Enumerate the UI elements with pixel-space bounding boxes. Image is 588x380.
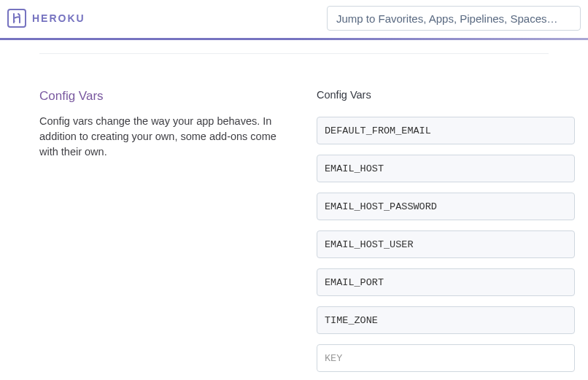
- section-title: Config Vars: [39, 89, 295, 104]
- config-var-row: [317, 306, 575, 334]
- brand-name: HEROKU: [32, 12, 85, 24]
- search-input[interactable]: [327, 6, 581, 31]
- search-wrap: [327, 6, 581, 31]
- config-vars-heading: Config Vars: [317, 89, 575, 101]
- config-var-key-input[interactable]: [317, 268, 575, 296]
- content-area: Config Vars Config vars change the way y…: [0, 54, 588, 380]
- config-var-key-input[interactable]: [317, 155, 575, 182]
- config-var-key-input[interactable]: [317, 193, 575, 220]
- config-var-key-input[interactable]: [317, 306, 575, 334]
- config-var-key-input[interactable]: [317, 117, 575, 144]
- config-var-row: [317, 193, 575, 220]
- heroku-logo-icon: [7, 9, 26, 28]
- config-vars-panel: Config Vars: [317, 54, 588, 380]
- settings-section-info: Config Vars Config vars change the way y…: [39, 54, 317, 380]
- config-var-key-input[interactable]: [317, 230, 575, 258]
- section-description: Config vars change the way your app beha…: [39, 114, 295, 160]
- config-var-row: [317, 117, 575, 144]
- config-var-new-row: [317, 344, 575, 372]
- config-var-row: [317, 155, 575, 182]
- config-var-row: [317, 230, 575, 258]
- header-bar: HEROKU: [0, 0, 588, 39]
- config-var-row: [317, 268, 575, 296]
- config-var-new-key-input[interactable]: [317, 344, 575, 372]
- brand-logo[interactable]: HEROKU: [7, 9, 85, 28]
